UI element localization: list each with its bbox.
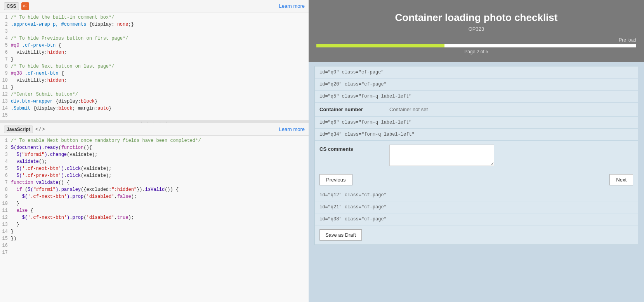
save-draft-button[interactable]: Save as Draft: [319, 229, 362, 241]
code-line: 13div.btn-wrapper {display:block}: [0, 98, 309, 105]
css-header-left: CSS 🏷: [4, 2, 29, 10]
css-badge: CSS: [4, 2, 19, 10]
code-line: 7}: [0, 56, 309, 63]
progress-bar-fill: [316, 44, 444, 47]
code-line: 16: [0, 242, 309, 249]
next-button[interactable]: Next: [609, 174, 633, 185]
save-draft-row: Save as Draft: [315, 225, 638, 244]
meta-row-q0: id="q0" class="cf-page": [315, 66, 638, 79]
form-body: id="q0" class="cf-page" id="q20" class="…: [309, 62, 644, 254]
code-line: 2$(document).ready(function(){: [0, 144, 309, 151]
js-section: JavaScript </> Learn more 1/* To enable …: [0, 123, 309, 302]
code-line: 17: [0, 249, 309, 256]
code-line: 15}): [0, 235, 309, 242]
code-line: 13 }: [0, 221, 309, 228]
code-line: 10 visibility:hidden;: [0, 77, 309, 84]
css-learn-more-link[interactable]: Learn more: [279, 3, 305, 9]
code-line: 9#q38 .cf-next-btn {: [0, 70, 309, 77]
code-line: 14.Submit {display:block; margin:auto}: [0, 105, 309, 112]
code-line: 2.approval-wrap p, #comments {display: n…: [0, 21, 309, 28]
container-number-value: Container not set: [389, 106, 428, 112]
code-line: 10 }: [0, 200, 309, 207]
form-card: id="q0" class="cf-page" id="q20" class="…: [314, 66, 638, 245]
cs-comments-input[interactable]: [389, 145, 494, 166]
js-badge: JavaScript: [4, 126, 33, 133]
code-line: 5 $('.cf-next-btn').click(validate);: [0, 165, 309, 172]
code-line: 3 $("#form1").change(validate);: [0, 151, 309, 158]
container-number-field: Container number Container not set: [315, 103, 638, 117]
container-number-label: Container number: [319, 106, 389, 112]
meta-row-q34: id="q34" class="form-q label-left": [315, 129, 638, 141]
meta-row-q12: id="q12" class="cf-page": [315, 189, 638, 201]
meta-row-q6: id="q6" class="form-q label-left": [315, 117, 638, 129]
js-header: JavaScript </> Learn more: [0, 123, 309, 136]
code-line: 6 visibility:hidden;: [0, 49, 309, 56]
code-line: 3: [0, 28, 309, 35]
cs-comments-field: CS comments: [315, 141, 638, 170]
code-line: 1/* To hide the built-in comment box*/: [0, 14, 309, 21]
code-line: 4 validate();: [0, 158, 309, 165]
meta-row-q5: id="q5" class="form-q label-left": [315, 91, 638, 103]
page-indicator: Page 2 of 5: [316, 49, 636, 54]
code-line: 7function validate() {: [0, 179, 309, 186]
tag-icon: 🏷: [21, 2, 29, 10]
js-code-area: 1/* To enable Next button once mandatory…: [0, 136, 309, 302]
code-line: 6 $('.cf-prev-btn').click(validate);: [0, 172, 309, 179]
nav-row: Previous Next: [315, 170, 638, 189]
css-code-area: 1/* To hide the built-in comment box*/ 2…: [0, 12, 309, 120]
previous-button[interactable]: Previous: [319, 174, 352, 185]
code-line: 8/* To hide Next button on last page*/: [0, 63, 309, 70]
right-panel: Container loading photo checklist OP323 …: [309, 0, 644, 302]
progress-section: Pre load Page 2 of 5: [316, 37, 636, 54]
progress-bar: [316, 44, 636, 47]
meta-row-q20: id="q20" class="cf-page": [315, 79, 638, 91]
code-brackets-icon: </>: [35, 126, 45, 133]
progress-label: Pre load: [316, 37, 636, 43]
code-line: 11 else {: [0, 207, 309, 214]
code-line: 1/* To enable Next button once mandatory…: [0, 137, 309, 144]
meta-row-q38: id="q38" class="cf-page": [315, 213, 638, 225]
code-line: 11}: [0, 84, 309, 91]
css-header: CSS 🏷 Learn more: [0, 0, 309, 12]
css-section: CSS 🏷 Learn more 1/* To hide the built-i…: [0, 0, 309, 121]
js-learn-more-link[interactable]: Learn more: [279, 126, 305, 132]
code-line: 14}: [0, 228, 309, 235]
code-line: 9 $('.cf-next-btn').prop('disabled',fals…: [0, 193, 309, 200]
meta-row-q21: id="q21" class="cf-page": [315, 201, 638, 213]
js-header-left: JavaScript </>: [4, 126, 45, 133]
code-line: 12/*Center Submit button*/: [0, 91, 309, 98]
code-line: 4/* To hide Previous button on first pag…: [0, 35, 309, 42]
code-line: 8 if ($("#form1").parsley({excluded:":hi…: [0, 186, 309, 193]
code-line: 15: [0, 112, 309, 119]
form-header: Container loading photo checklist OP323 …: [309, 0, 644, 62]
form-subtitle: OP323: [316, 26, 636, 32]
left-panel: CSS 🏷 Learn more 1/* To hide the built-i…: [0, 0, 309, 302]
code-line: 12 $('.cf-next-btn').prop('disabled',tru…: [0, 214, 309, 221]
form-title: Container loading photo checklist: [316, 12, 636, 24]
cs-comments-label: CS comments: [319, 145, 389, 152]
code-line: 5#q0 .cf-prev-btn {: [0, 42, 309, 49]
